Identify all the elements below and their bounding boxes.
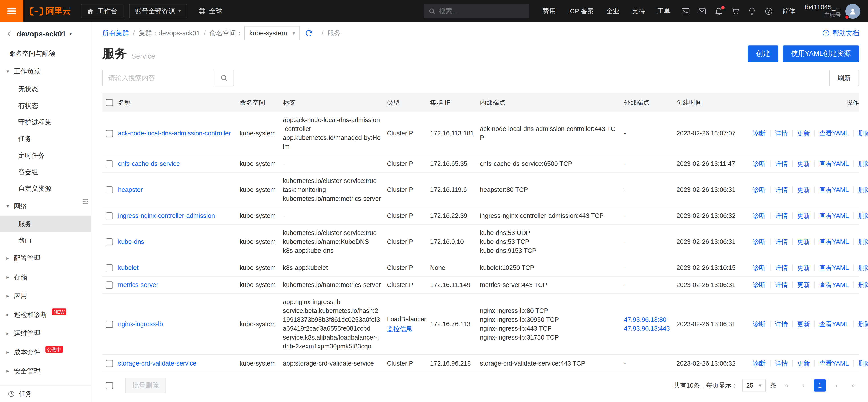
namespace-refresh-icon[interactable] <box>305 29 313 37</box>
sidebar-group-5[interactable]: ▸应用 <box>0 287 91 305</box>
action-delete[interactable]: 删除 <box>854 160 868 167</box>
service-name-link[interactable]: cnfs-cache-ds-service <box>118 160 180 167</box>
action-detail[interactable]: 详情 <box>771 130 793 137</box>
global-search-input[interactable] <box>439 7 517 15</box>
action-view-yaml[interactable]: 查看YAML <box>815 186 854 193</box>
service-name-link[interactable]: nginx-ingress-lb <box>118 321 163 327</box>
breadcrumb-all-clusters[interactable]: 所有集群 <box>102 28 129 38</box>
table-search-button[interactable] <box>214 70 234 87</box>
action-diagnose[interactable]: 诊断 <box>748 238 771 245</box>
action-update[interactable]: 更新 <box>793 281 815 288</box>
action-view-yaml[interactable]: 查看YAML <box>815 264 854 271</box>
workbench-button[interactable]: 工作台 <box>81 4 124 18</box>
namespace-select[interactable]: kube-system ▾ <box>244 26 300 40</box>
sidebar-group-4[interactable]: ▸存储 <box>0 268 91 287</box>
service-name-link[interactable]: heapster <box>118 186 143 193</box>
sidebar-item-1-3[interactable]: 任务 <box>0 131 91 147</box>
row-checkbox[interactable] <box>106 238 113 245</box>
action-update[interactable]: 更新 <box>793 360 815 367</box>
action-view-yaml[interactable]: 查看YAML <box>815 321 854 327</box>
sidebar-item-1-4[interactable]: 定时任务 <box>0 147 91 164</box>
language-switch[interactable]: 简体 <box>782 6 796 16</box>
alibaba-cloud-logo[interactable]: 阿里云 <box>30 6 71 16</box>
global-search-box[interactable] <box>424 4 529 18</box>
sidebar-group-3[interactable]: ▸配置管理 <box>0 249 91 268</box>
sidebar-item-1-2[interactable]: 守护进程集 <box>0 114 91 131</box>
action-update[interactable]: 更新 <box>793 186 815 193</box>
service-name-link[interactable]: kubelet <box>118 264 138 271</box>
pagination-next[interactable]: › <box>830 379 843 392</box>
action-delete[interactable]: 删除 <box>854 238 868 245</box>
select-all-checkbox[interactable] <box>106 99 113 106</box>
refresh-button[interactable]: 刷新 <box>829 70 859 87</box>
action-detail[interactable]: 详情 <box>771 238 793 245</box>
sidebar-item-0[interactable]: 命名空间与配额 <box>0 45 91 62</box>
action-delete[interactable]: 删除 <box>854 186 868 193</box>
service-name-link[interactable]: ack-node-local-dns-admission-controller <box>118 130 231 137</box>
avatar[interactable] <box>845 4 860 19</box>
service-name-link[interactable]: kube-dns <box>118 238 144 245</box>
action-view-yaml[interactable]: 查看YAML <box>815 212 854 219</box>
help-icon[interactable]: ? <box>765 7 773 15</box>
external-endpoint-link[interactable]: 47.93.96.13:443 <box>624 324 671 333</box>
action-diagnose[interactable]: 诊断 <box>748 360 771 367</box>
action-diagnose[interactable]: 诊断 <box>748 130 771 137</box>
action-detail[interactable]: 详情 <box>771 212 793 219</box>
row-checkbox[interactable] <box>106 160 113 167</box>
topbar-link-3[interactable]: 支持 <box>632 6 645 16</box>
pagination-page-current[interactable]: 1 <box>814 379 826 392</box>
page-size-select[interactable]: 25 ▾ <box>742 379 765 392</box>
bulb-icon[interactable] <box>748 7 756 15</box>
action-detail[interactable]: 详情 <box>771 160 793 167</box>
action-diagnose[interactable]: 诊断 <box>748 281 771 288</box>
user-account-menu[interactable]: tb411045_... 主账号 <box>804 4 860 19</box>
action-detail[interactable]: 详情 <box>771 321 793 327</box>
action-update[interactable]: 更新 <box>793 160 815 167</box>
footer-select-checkbox[interactable] <box>106 382 113 389</box>
service-name-link[interactable]: ingress-nginx-controller-admission <box>118 212 215 219</box>
sidebar-group-8[interactable]: ▸成本套件公测中 <box>0 343 91 362</box>
action-delete[interactable]: 删除 <box>854 212 868 219</box>
message-icon[interactable] <box>698 7 706 15</box>
action-diagnose[interactable]: 诊断 <box>748 186 771 193</box>
sidebar-group-9[interactable]: ▸安全管理 <box>0 362 91 380</box>
row-checkbox[interactable] <box>106 186 113 193</box>
row-checkbox[interactable] <box>106 130 113 137</box>
row-checkbox[interactable] <box>106 264 113 271</box>
action-update[interactable]: 更新 <box>793 264 815 271</box>
monitor-info-link[interactable]: 监控信息 <box>387 325 425 334</box>
action-view-yaml[interactable]: 查看YAML <box>815 130 854 137</box>
service-name-link[interactable]: metrics-server <box>118 281 158 288</box>
action-diagnose[interactable]: 诊断 <box>748 321 771 327</box>
row-checkbox[interactable] <box>106 281 113 288</box>
main-menu-button[interactable] <box>0 0 23 22</box>
action-update[interactable]: 更新 <box>793 212 815 219</box>
action-diagnose[interactable]: 诊断 <box>748 160 771 167</box>
create-button[interactable]: 创建 <box>748 45 778 62</box>
action-delete[interactable]: 删除 <box>854 264 868 271</box>
sidebar-item-1-0[interactable]: 无状态 <box>0 81 91 98</box>
topbar-link-0[interactable]: 费用 <box>542 6 556 16</box>
resource-scope-dropdown[interactable]: 账号全部资源 ▾ <box>129 4 187 18</box>
sidebar-group-1[interactable]: ▾工作负载 <box>0 62 91 81</box>
external-endpoint-link[interactable]: 47.93.96.13:80 <box>624 315 671 324</box>
cart-icon[interactable] <box>731 7 740 15</box>
pagination-last[interactable]: » <box>847 379 859 392</box>
action-view-yaml[interactable]: 查看YAML <box>815 160 854 167</box>
action-detail[interactable]: 详情 <box>771 281 793 288</box>
action-delete[interactable]: 删除 <box>854 130 868 137</box>
sidebar-item-2-1[interactable]: 路由 <box>0 232 91 249</box>
action-diagnose[interactable]: 诊断 <box>748 264 771 271</box>
action-view-yaml[interactable]: 查看YAML <box>815 238 854 245</box>
topbar-link-1[interactable]: ICP 备案 <box>568 6 594 16</box>
sidebar-group-2[interactable]: ▾网络 <box>0 197 91 216</box>
cloudshell-icon[interactable] <box>681 7 690 15</box>
pagination-prev[interactable]: ‹ <box>797 379 809 392</box>
topbar-link-2[interactable]: 企业 <box>606 6 620 16</box>
help-doc-link[interactable]: ? 帮助文档 <box>822 28 859 38</box>
create-yaml-button[interactable]: 使用YAML创建资源 <box>783 45 859 62</box>
action-update[interactable]: 更新 <box>793 130 815 137</box>
action-view-yaml[interactable]: 查看YAML <box>815 360 854 367</box>
row-checkbox[interactable] <box>106 212 113 219</box>
sidebar-item-2-0[interactable]: 服务 <box>0 216 91 232</box>
